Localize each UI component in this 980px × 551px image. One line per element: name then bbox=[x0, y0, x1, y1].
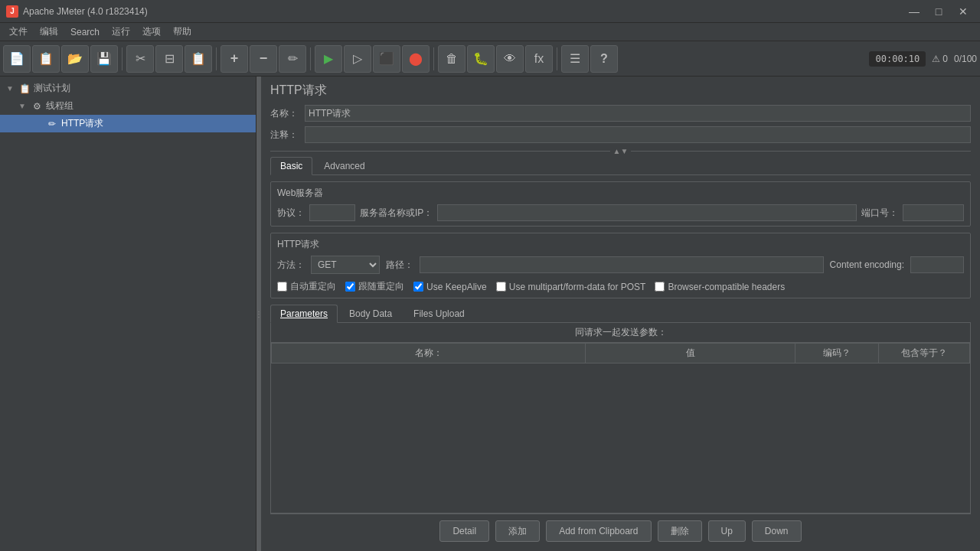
separator-3 bbox=[310, 47, 311, 70]
divider-arrows: ▲▼ bbox=[613, 147, 629, 155]
help-button[interactable]: ? bbox=[590, 45, 618, 73]
http-request-section-title: HTTP请求 bbox=[277, 238, 964, 251]
menu-file[interactable]: 文件 bbox=[3, 24, 34, 40]
sub-tab-parameters[interactable]: Parameters bbox=[270, 305, 338, 323]
sidebar-item-thread-group[interactable]: ▼ ⚙ 线程组 bbox=[0, 97, 256, 115]
follow-redirect-checkbox[interactable] bbox=[345, 282, 355, 292]
multipart-checkbox[interactable] bbox=[496, 282, 506, 292]
separator-5 bbox=[557, 47, 557, 70]
menu-edit[interactable]: 编辑 bbox=[34, 24, 64, 40]
tab-advanced[interactable]: Advanced bbox=[314, 157, 374, 174]
clear-button[interactable]: ✏ bbox=[279, 45, 306, 73]
log-viewer-button[interactable]: ☰ bbox=[561, 45, 589, 73]
maximize-button[interactable]: □ bbox=[928, 4, 949, 19]
menu-search[interactable]: Search bbox=[64, 25, 106, 39]
run-button[interactable]: ▶ bbox=[315, 45, 342, 73]
params-header: 同请求一起发送参数： bbox=[271, 323, 970, 343]
http-request-section: HTTP请求 方法： GET POST PUT DELETE PATCH HEA… bbox=[270, 233, 971, 298]
name-input[interactable] bbox=[305, 105, 971, 122]
delete-param-button[interactable]: 删除 bbox=[658, 520, 702, 542]
toggle-test-plan[interactable]: ▼ bbox=[6, 84, 15, 93]
protocol-input[interactable] bbox=[309, 204, 355, 221]
toggle-thread-group[interactable]: ▼ bbox=[18, 102, 28, 110]
method-select[interactable]: GET POST PUT DELETE PATCH HEAD OPTIONS T… bbox=[311, 256, 380, 274]
warning-indicator: ⚠ 0 bbox=[932, 54, 948, 64]
function-helper-button[interactable]: fx bbox=[525, 45, 553, 73]
comment-label: 注释： bbox=[270, 129, 305, 142]
content-area: HTTP请求 名称： 注释： ▲▼ Basic Advanced Web服务器 … bbox=[261, 77, 980, 551]
separator-4 bbox=[433, 47, 434, 70]
window-title: Apache JMeter (4.0 r1823414) bbox=[23, 6, 903, 17]
test-plan-icon: 📋 bbox=[18, 83, 31, 95]
sidebar: ▼ 📋 测试计划 ▼ ⚙ 线程组 ✏ HTTP请求 bbox=[0, 77, 256, 551]
web-server-title: Web服务器 bbox=[277, 187, 964, 200]
method-row: 方法： GET POST PUT DELETE PATCH HEAD OPTIO… bbox=[277, 256, 964, 274]
template-button[interactable]: 📋 bbox=[32, 45, 60, 73]
open-button[interactable]: 📂 bbox=[61, 45, 89, 73]
port-input[interactable] bbox=[903, 204, 964, 221]
http-request-icon: ✏ bbox=[46, 118, 58, 130]
col-include-equals: 包含等于？ bbox=[879, 344, 970, 364]
bottom-bar: Detail 添加 Add from Clipboard 删除 Up Down bbox=[270, 514, 971, 548]
sub-tab-body-data[interactable]: Body Data bbox=[339, 305, 402, 322]
browser-headers-checkbox[interactable] bbox=[655, 282, 665, 292]
auto-redirect-checkbox[interactable] bbox=[277, 282, 287, 292]
menu-options[interactable]: 选项 bbox=[136, 24, 167, 40]
col-value: 值 bbox=[586, 344, 795, 364]
http-request-label: HTTP请求 bbox=[61, 117, 103, 130]
save-button[interactable]: 💾 bbox=[90, 45, 118, 73]
multipart-checkbox-group[interactable]: Use multipart/form-data for POST bbox=[496, 282, 646, 292]
paste-button[interactable]: 📋 bbox=[185, 45, 212, 73]
sidebar-item-http-request[interactable]: ✏ HTTP请求 bbox=[0, 115, 256, 132]
menu-run[interactable]: 运行 bbox=[106, 24, 136, 40]
remote-start-button[interactable]: 🗑 bbox=[438, 45, 466, 73]
remote-stop-button[interactable]: 🐛 bbox=[467, 45, 495, 73]
params-table: 名称： 值 编码？ 包含等于？ bbox=[271, 343, 970, 364]
params-header-text: 同请求一起发送参数： bbox=[575, 326, 667, 339]
comment-input[interactable] bbox=[305, 126, 971, 143]
add-param-button[interactable]: 添加 bbox=[495, 520, 540, 542]
add-button[interactable]: + bbox=[220, 45, 248, 73]
thread-group-label: 线程组 bbox=[46, 99, 74, 112]
divider-line-left bbox=[270, 151, 610, 152]
divider-row: ▲▼ bbox=[270, 148, 971, 154]
cut-button[interactable]: ✂ bbox=[126, 45, 154, 73]
encoding-input[interactable] bbox=[910, 256, 964, 273]
toolbar-status: 00:00:10 ⚠ 0 0/100 bbox=[869, 51, 977, 67]
server-ip-input[interactable] bbox=[437, 204, 857, 221]
auto-redirect-label: 自动重定向 bbox=[290, 280, 336, 293]
stop-button[interactable]: ⬛ bbox=[373, 45, 400, 73]
minimize-button[interactable]: — bbox=[903, 4, 925, 19]
add-clipboard-button[interactable]: Add from Clipboard bbox=[546, 520, 651, 542]
sub-tab-bar: Parameters Body Data Files Upload bbox=[270, 305, 971, 323]
auto-redirect-checkbox-group[interactable]: 自动重定向 bbox=[277, 280, 336, 293]
run-no-pause-button[interactable]: ▷ bbox=[344, 45, 371, 73]
path-input[interactable] bbox=[420, 256, 824, 273]
params-panel: Parameters Body Data Files Upload 同请求一起发… bbox=[270, 305, 971, 514]
follow-redirect-label: 跟随重定向 bbox=[358, 280, 404, 293]
up-button[interactable]: Up bbox=[708, 520, 746, 542]
follow-redirect-checkbox-group[interactable]: 跟随重定向 bbox=[345, 280, 404, 293]
sidebar-item-test-plan[interactable]: ▼ 📋 测试计划 bbox=[0, 80, 256, 97]
close-button[interactable]: ✕ bbox=[952, 4, 974, 19]
copy-button[interactable]: ⊟ bbox=[155, 45, 183, 73]
detail-button[interactable]: Detail bbox=[439, 520, 489, 542]
toolbar: 📄 📋 📂 💾 ✂ ⊟ 📋 + − ✏ ▶ ▷ ⬛ ⬤ 🗑 🐛 👁 fx ☰ ?… bbox=[0, 41, 980, 77]
browser-headers-checkbox-group[interactable]: Browser-compatible headers bbox=[655, 282, 785, 292]
tab-basic[interactable]: Basic bbox=[270, 157, 312, 175]
spy-button[interactable]: 👁 bbox=[496, 45, 524, 73]
keep-alive-checkbox[interactable] bbox=[413, 282, 423, 292]
menu-help[interactable]: 帮助 bbox=[167, 24, 198, 40]
server-row: 协议： 服务器名称或IP： 端口号： bbox=[277, 204, 964, 221]
keep-alive-checkbox-group[interactable]: Use KeepAlive bbox=[413, 282, 487, 292]
col-name: 名称： bbox=[272, 344, 586, 364]
sub-tab-files-upload[interactable]: Files Upload bbox=[403, 305, 475, 322]
warning-count: 0 bbox=[942, 54, 948, 64]
remove-button[interactable]: − bbox=[250, 45, 277, 73]
stop-all-button[interactable]: ⬤ bbox=[402, 45, 430, 73]
menu-bar: 文件 编辑 Search 运行 选项 帮助 bbox=[0, 23, 980, 41]
elapsed-time: 00:00:10 bbox=[869, 51, 926, 67]
down-button[interactable]: Down bbox=[752, 520, 802, 542]
new-button[interactable]: 📄 bbox=[3, 45, 31, 73]
web-server-section: Web服务器 协议： 服务器名称或IP： 端口号： bbox=[270, 181, 971, 227]
